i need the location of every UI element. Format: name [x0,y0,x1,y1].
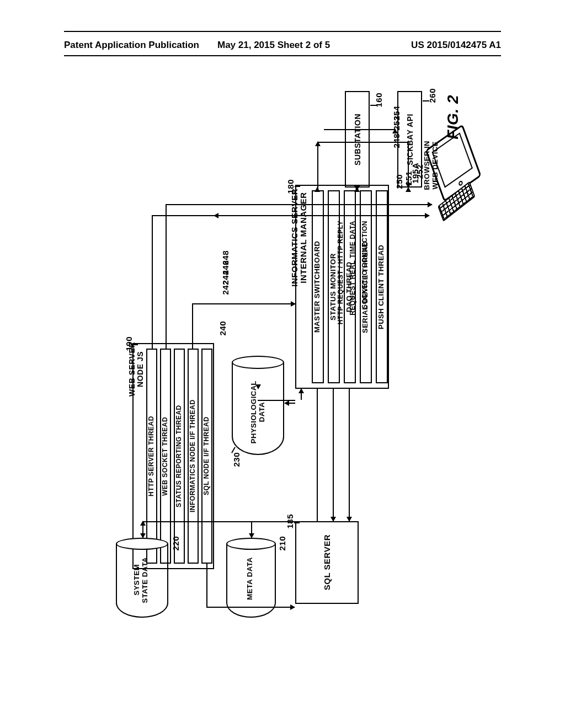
conn-label-http: HTTP REQUEST / HTTP REPLY [337,221,345,347]
sql-server-box: SQL SERVER [295,521,359,604]
web-server-title-line-2: NODE JS [136,351,145,387]
ref-185: 185 [285,514,295,531]
ref-180: 180 [286,179,295,196]
informatics-bar-push-client-thread: PUSH CLIENT THREAD [376,190,388,383]
ref-250: 250 [395,174,404,191]
ref-195a: 195A [411,163,420,185]
ref-210: 210 [278,536,287,553]
ref-254: 254 [392,106,401,122]
header-center: May 21, 2015 Sheet 2 of 5 [217,40,330,51]
header-rule-top [64,31,501,32]
ref-220: 220 [171,536,180,553]
informatics-bar-master-switchboard: MASTER SWITCHBOARD [312,190,324,383]
meta-data-label: META DATA [246,557,254,600]
page: Patent Application Publication May 21, 2… [0,0,565,728]
meta-data-cylinder: META DATA [226,538,276,618]
web-bar-status-reporting-thread: STATUS REPORTING THREAD [174,349,185,564]
web-bar-informatics-node-if-thread: INFORMATICS NODE I/F THREAD [188,349,199,564]
web-bar-sql-node-if-thread: SQL NODE I/F THREAD [201,349,212,564]
system-state-data-cylinder: SYSTEM STATE DATA [116,538,168,618]
conn-label-realtime: REQUEST REAL TIME DATA [349,221,358,347]
informatics-server-title: INFORMATICS SERVER INTERNAL MANAGER [290,189,304,299]
informatics-title-line-2: INTERNAL MANAGER [299,192,308,283]
conn-label-socketio: SOCKET IO CONNECTION [361,221,370,347]
header-left: Patent Application Publication [64,40,199,51]
ref-160: 160 [374,93,383,109]
ref-248-web: 248 [221,250,230,267]
physiological-data-label: PHYSIOLOGICAL DATA [249,381,266,443]
system-state-data-label: SYSTEM STATE DATA [132,557,149,603]
ref-248-inf: 248 [392,133,401,150]
web-bar-http-server-thread: HTTP SERVER THREAD [146,349,157,564]
ref-230: 230 [232,452,241,469]
browser-device-label: BROWSER IN WEB DEVICE [423,141,435,251]
figure-2-diagram: FIG. 2 SICKBAY API SUBSTATION INFORMATIC… [66,72,502,678]
web-bar-web-socket-thread: WEB SOCKET THREAD [160,349,171,564]
informatics-title-line-1: INFORMATICS SERVER [290,189,299,287]
physiological-data-cylinder: PHYSIOLOGICAL DATA [232,356,284,455]
header-rule-bottom [64,55,501,56]
substation-box: SUBSTATION [345,91,370,188]
ref-260: 260 [428,88,437,105]
ref-240: 240 [218,321,227,338]
header-right: US 2015/0142475 A1 [411,40,501,51]
